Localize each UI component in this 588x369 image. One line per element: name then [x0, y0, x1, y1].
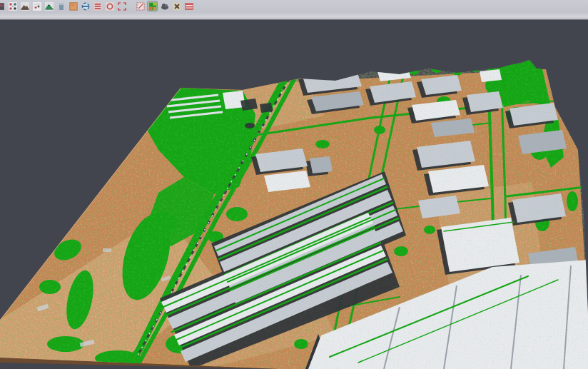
sample-points-icon [33, 2, 41, 11]
align-points-button[interactable] [7, 1, 18, 11]
red-circle-icon [106, 2, 114, 11]
selection-corners-icon [118, 2, 126, 11]
clip-region-icon [136, 2, 145, 11]
clipped-tool-icon [0, 2, 5, 11]
terrain-brown-button[interactable] [19, 1, 30, 11]
terrain-green-icon [45, 2, 54, 11]
viewport-3d-mesh[interactable] [0, 21, 588, 369]
prism-column-icon [57, 2, 66, 11]
viewport-3d[interactable] [0, 21, 588, 369]
prism-column-button[interactable] [56, 1, 66, 11]
toolbar [0, 0, 588, 20]
gray-cloud-button[interactable] [159, 1, 170, 11]
striped-flag-icon [185, 2, 193, 11]
ortho-tile-icon [69, 2, 78, 11]
clip-region-button[interactable] [135, 1, 146, 11]
align-points-icon [9, 2, 17, 11]
selection-corners-button[interactable] [116, 1, 127, 11]
classification-noise [0, 21, 588, 369]
terrain-brown-icon [21, 2, 29, 11]
striped-flag-button[interactable] [183, 1, 194, 11]
sample-points-button[interactable] [31, 1, 42, 11]
classified-mesh-view-icon [148, 2, 157, 11]
terrain-green-button[interactable] [44, 1, 54, 11]
cross-mark-icon [173, 2, 181, 11]
globe-sync-icon [81, 2, 90, 11]
red-layer-list-icon [93, 2, 102, 11]
globe-sync-button[interactable] [80, 1, 91, 11]
gray-cloud-icon [161, 2, 169, 11]
red-circle-button[interactable] [104, 1, 115, 11]
ortho-tile-button[interactable] [68, 1, 78, 11]
classified-mesh-view-button[interactable] [147, 1, 158, 11]
cross-mark-button[interactable] [171, 1, 182, 11]
red-layer-list-button[interactable] [92, 1, 103, 11]
clipped-tool-button[interactable] [0, 1, 6, 11]
